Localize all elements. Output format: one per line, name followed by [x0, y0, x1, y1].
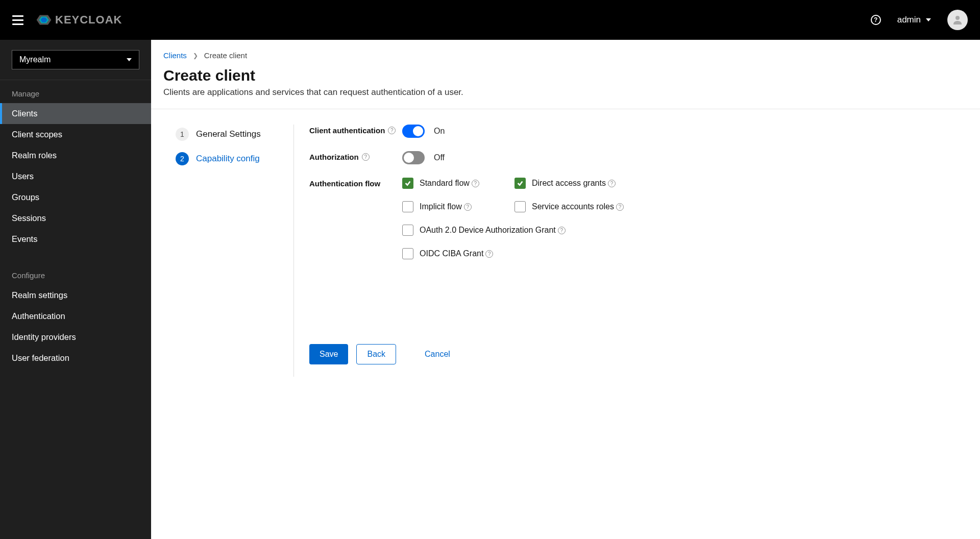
sidebar-item-groups[interactable]: Groups	[0, 187, 151, 208]
header-right: ? admin	[871, 10, 968, 30]
realm-name: Myrealm	[19, 55, 51, 64]
authorization-label: Authorization	[309, 153, 359, 161]
nav-section-manage: Manage	[0, 80, 151, 103]
breadcrumb: Clients ❯ Create client	[151, 40, 980, 60]
caret-down-icon	[926, 18, 931, 21]
main-content: Clients ❯ Create client Create client Cl…	[151, 40, 980, 539]
checkbox[interactable]	[402, 201, 413, 212]
sidebar-item-events[interactable]: Events	[0, 229, 151, 250]
cancel-button[interactable]: Cancel	[414, 344, 460, 364]
help-icon[interactable]: ?	[558, 227, 566, 234]
sidebar-item-authentication[interactable]: Authentication	[0, 306, 151, 327]
wizard-step-1[interactable]: 1General Settings	[176, 128, 293, 141]
page-description: Clients are applications and services th…	[163, 87, 968, 97]
app-logo[interactable]: KEYCLOAK	[36, 12, 122, 28]
wizard-nav: 1General Settings2Capability config	[163, 125, 294, 377]
step-label: Capability config	[196, 154, 260, 164]
checkbox-label: Standard flow?	[420, 179, 479, 188]
breadcrumb-root[interactable]: Clients	[163, 51, 187, 60]
sidebar-item-realm-roles[interactable]: Realm roles	[0, 145, 151, 166]
page-title: Create client	[163, 67, 968, 84]
sidebar-item-clients[interactable]: Clients	[0, 103, 151, 124]
help-icon[interactable]: ?	[616, 203, 624, 211]
svg-point-3	[955, 16, 960, 20]
sidebar-item-identity-providers[interactable]: Identity providers	[0, 327, 151, 348]
client-auth-state: On	[434, 127, 445, 136]
sidebar-item-user-federation[interactable]: User federation	[0, 348, 151, 369]
breadcrumb-current: Create client	[204, 51, 247, 60]
auth-flow-service-accounts-roles: Service accounts roles?	[514, 201, 627, 212]
help-icon[interactable]: ?	[871, 15, 881, 25]
auth-flow-implicit-flow: Implicit flow?	[402, 201, 514, 212]
auth-flow-oidc-ciba-grant: OIDC CIBA Grant?	[402, 248, 627, 259]
help-icon[interactable]: ?	[464, 203, 472, 211]
auth-flow-label: Authentication flow	[309, 179, 380, 188]
auth-flow-oauth-2-0-device-authorization-grant: OAuth 2.0 Device Authorization Grant?	[402, 225, 627, 236]
checkbox[interactable]	[402, 225, 413, 236]
nav-section-configure: Configure	[0, 262, 151, 285]
step-label: General Settings	[196, 129, 261, 139]
checkbox-label: OAuth 2.0 Device Authorization Grant?	[420, 226, 566, 235]
menu-toggle-icon[interactable]	[12, 15, 23, 25]
back-button[interactable]: Back	[356, 344, 396, 364]
sidebar: Myrealm Manage ClientsClient scopesRealm…	[0, 40, 151, 539]
user-avatar-icon	[951, 14, 964, 26]
checkbox-label: Implicit flow?	[420, 202, 472, 211]
help-icon[interactable]: ?	[485, 250, 493, 258]
client-auth-toggle[interactable]	[402, 125, 425, 138]
caret-down-icon	[127, 58, 132, 61]
checkbox-label: Direct access grants?	[532, 179, 616, 188]
wizard-footer: Save Back Cancel	[309, 273, 738, 377]
auth-flow-direct-access-grants: Direct access grants?	[514, 178, 627, 189]
save-button[interactable]: Save	[309, 344, 348, 364]
user-menu[interactable]: admin	[897, 15, 931, 25]
checkbox-label: OIDC CIBA Grant?	[420, 249, 493, 258]
authorization-toggle[interactable]	[402, 151, 425, 164]
logo-text: KEYCLOAK	[55, 13, 122, 27]
top-header: KEYCLOAK ? admin	[0, 0, 980, 40]
header-left: KEYCLOAK	[12, 12, 122, 28]
client-auth-label: Client authentication	[309, 126, 385, 135]
wizard-step-2[interactable]: 2Capability config	[176, 152, 293, 165]
help-icon[interactable]: ?	[362, 153, 370, 161]
checkbox[interactable]	[402, 178, 413, 189]
checkbox[interactable]	[514, 178, 526, 189]
help-icon[interactable]: ?	[608, 180, 616, 187]
chevron-right-icon: ❯	[193, 52, 198, 59]
sidebar-item-realm-settings[interactable]: Realm settings	[0, 285, 151, 306]
step-number: 1	[176, 128, 189, 141]
sidebar-item-client-scopes[interactable]: Client scopes	[0, 124, 151, 145]
checkbox[interactable]	[402, 248, 413, 259]
sidebar-item-users[interactable]: Users	[0, 166, 151, 187]
user-label: admin	[897, 15, 921, 25]
sidebar-item-sessions[interactable]: Sessions	[0, 208, 151, 229]
help-icon[interactable]: ?	[388, 127, 396, 134]
keycloak-logo-icon	[36, 12, 52, 28]
checkbox[interactable]	[514, 201, 526, 212]
checkbox-label: Service accounts roles?	[532, 202, 624, 211]
avatar[interactable]	[947, 10, 968, 30]
help-icon[interactable]: ?	[472, 180, 479, 187]
authorization-state: Off	[434, 153, 445, 162]
auth-flow-standard-flow: Standard flow?	[402, 178, 514, 189]
step-number: 2	[176, 152, 189, 165]
realm-selector[interactable]: Myrealm	[12, 50, 139, 69]
